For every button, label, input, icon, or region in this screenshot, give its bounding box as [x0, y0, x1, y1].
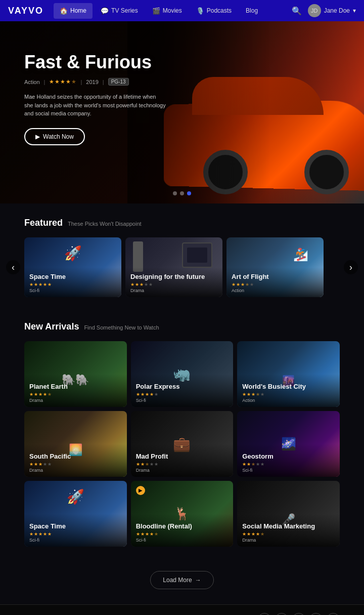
card-genre: Action	[242, 398, 306, 403]
search-icon[interactable]: 🔍	[292, 6, 302, 16]
carousel-track: 🚀 Space Time ★ ★ ★ ★ ★ Sci-fi	[0, 237, 364, 297]
card-stars: ★ ★ ★ ★ ★	[136, 462, 168, 467]
featured-header: Featured These Picks Won't Disappoint	[0, 218, 364, 228]
load-more-section: Load More →	[0, 561, 364, 604]
featured-subtitle: These Picks Won't Disappoint	[68, 221, 142, 227]
arrivals-grid: 🐘🐘 Planet Earth ★ ★ ★ ★ ★ Drama 🦏	[24, 341, 340, 547]
twitter-icon[interactable]: t	[275, 613, 288, 615]
card-title: Polar Express	[136, 383, 180, 390]
arrival-card-worlds-busiest[interactable]: 🌆 World's Busiest City ★ ★ ★ ★ ★ Action	[237, 341, 340, 407]
card-title: World's Busiest City	[242, 383, 306, 390]
card-info: Space Time ★ ★ ★ ★ ★ Sci-fi	[24, 518, 71, 547]
new-arrivals-title: New Arrivals	[24, 321, 79, 332]
card-title: Social Media Marketing	[242, 522, 315, 530]
card-genre: Drama	[130, 288, 205, 293]
nav-item-tvseries[interactable]: 💬 TV Series	[95, 3, 144, 19]
card-title: Designing for the future	[130, 273, 205, 280]
navbar: VAYVO 🏠 Home 💬 TV Series 🎬 Movies 🎙️ Pod…	[0, 0, 364, 21]
card-stars: ★ ★ ★ ★ ★	[29, 462, 71, 467]
nav-item-home[interactable]: 🏠 Home	[54, 3, 93, 19]
hero-banner: Fast & Furious Action | ★ ★ ★ ★ ★ | 2019…	[0, 21, 364, 203]
nav-items: 🏠 Home 💬 TV Series 🎬 Movies 🎙️ Podcasts …	[54, 3, 292, 19]
card-title: South Pacific	[29, 453, 71, 460]
card-stars: ★ ★ ★ ★ ★	[130, 282, 205, 287]
dot-3[interactable]	[187, 191, 191, 195]
arrival-card-bloodline[interactable]: ▶ 🦌 Bloodline (Rental) ★ ★ ★ ★ ★ Sci-fi	[131, 481, 234, 547]
featured-card-art-of-flight[interactable]: 🏂 Art of Flight ★ ★ ★ ★ ★ Action	[226, 237, 324, 297]
card-info: Art of Flight ★ ★ ★ ★ ★ Action	[226, 269, 274, 297]
card-info: Polar Express ★ ★ ★ ★ ★ Sci-fi	[131, 379, 185, 407]
card-stars: ★ ★ ★ ★ ★	[29, 282, 66, 287]
load-more-button[interactable]: Load More →	[150, 571, 213, 589]
nav-item-podcasts[interactable]: 🎙️ Podcasts	[190, 3, 238, 19]
card-stars: ★ ★ ★ ★ ★	[242, 392, 306, 397]
featured-card-space-time[interactable]: 🚀 Space Time ★ ★ ★ ★ ★ Sci-fi	[24, 237, 121, 297]
user-menu[interactable]: JD Jane Doe ▾	[308, 4, 356, 17]
card-info: Space Time ★ ★ ★ ★ ★ Sci-fi	[24, 269, 71, 297]
card-genre: Sci-fi	[242, 468, 273, 473]
card-genre: Drama	[242, 538, 315, 543]
hero-year: 2019	[86, 79, 98, 85]
arrival-card-planet-earth[interactable]: 🐘🐘 Planet Earth ★ ★ ★ ★ ★ Drama	[24, 341, 127, 407]
watch-now-button[interactable]: ▶ Watch Now	[24, 128, 85, 145]
card-info: Planet Earth ★ ★ ★ ★ ★ Drama	[24, 379, 73, 407]
youtube-icon[interactable]: ▶	[327, 613, 340, 615]
card-info: Bloodline (Rental) ★ ★ ★ ★ ★ Sci-fi	[131, 518, 197, 547]
hero-content: Fast & Furious Action | ★ ★ ★ ★ ★ | 2019…	[24, 52, 166, 145]
carousel-prev-button[interactable]: ‹	[6, 260, 20, 274]
card-genre: Drama	[29, 468, 71, 473]
featured-section: Featured These Picks Won't Disappoint ‹ …	[0, 203, 364, 311]
new-arrivals-subtitle: Find Something New to Watch	[84, 324, 159, 331]
footer: © All rights reserved. Developed by Prog…	[0, 604, 364, 615]
card-info: Designing for the future ★ ★ ★ ★ ★ Drama	[125, 269, 210, 297]
arrival-card-social-media[interactable]: 🎤 Social Media Marketing ★ ★ ★ ★ ★ Drama	[237, 481, 340, 547]
featured-card-designing[interactable]: Designing for the future ★ ★ ★ ★ ★ Drama	[125, 237, 222, 297]
nav-item-blog[interactable]: Blog	[240, 3, 264, 19]
nav-right: 🔍 JD Jane Doe ▾	[292, 4, 356, 17]
hero-stars: ★ ★ ★ ★ ★	[49, 78, 76, 85]
podcast-icon: 🎙️	[196, 7, 204, 15]
dot-1[interactable]	[173, 191, 177, 195]
dot-2[interactable]	[180, 191, 184, 195]
card-stars: ★ ★ ★ ★ ★	[242, 531, 315, 537]
pinterest-icon[interactable]: p	[309, 613, 323, 615]
arrival-card-polar-express[interactable]: 🦏 Polar Express ★ ★ ★ ★ ★ Sci-fi	[131, 341, 234, 407]
new-arrivals-section: New Arrivals Find Something New to Watch…	[0, 311, 364, 561]
arrival-card-geostorm[interactable]: 🌌 Geostorm ★ ★ ★ ★ ★ Sci-fi	[237, 411, 340, 477]
card-info: South Pacific ★ ★ ★ ★ ★ Drama	[24, 448, 76, 477]
card-title: Space Time	[29, 273, 66, 280]
play-icon: ▶	[35, 133, 40, 140]
card-genre: Sci-fi	[29, 538, 66, 543]
card-stars: ★ ★ ★ ★ ★	[29, 392, 68, 397]
card-stars: ★ ★ ★ ★ ★	[29, 531, 66, 537]
card-title: Space Time	[29, 522, 66, 530]
hero-genre: Action	[24, 79, 40, 85]
card-stars: ★ ★ ★ ★ ★	[136, 531, 192, 537]
card-stars: ★ ★ ★ ★ ★	[242, 462, 273, 467]
hero-rating-badge: PG-13	[108, 78, 129, 86]
card-info: Geostorm ★ ★ ★ ★ ★ Sci-fi	[237, 448, 278, 477]
nav-item-movies[interactable]: 🎬 Movies	[146, 3, 188, 19]
brand-logo[interactable]: VAYVO	[8, 6, 43, 16]
facebook-icon[interactable]: f	[258, 613, 271, 615]
arrival-card-south-pacific[interactable]: 🌅 South Pacific ★ ★ ★ ★ ★ Drama	[24, 411, 127, 477]
avatar: JD	[308, 4, 321, 17]
arrival-card-space-time-2[interactable]: 🚀 Space Time ★ ★ ★ ★ ★ Sci-fi	[24, 481, 127, 547]
card-stars: ★ ★ ★ ★ ★	[232, 282, 269, 287]
card-info: Social Media Marketing ★ ★ ★ ★ ★ Drama	[237, 518, 320, 547]
featured-title: Featured	[24, 218, 63, 228]
arrival-card-mad-profit[interactable]: 💼 Mad Profit ★ ★ ★ ★ ★ Drama	[131, 411, 234, 477]
card-info: Mad Profit ★ ★ ★ ★ ★ Drama	[131, 448, 173, 477]
home-icon: 🏠	[60, 7, 68, 15]
rental-badge: ▶	[136, 486, 145, 495]
card-title: Geostorm	[242, 453, 273, 460]
card-genre: Action	[232, 288, 269, 293]
carousel-next-button[interactable]: ›	[344, 260, 358, 274]
footer-socials: f t ig p ▶	[258, 613, 340, 615]
hero-description: Mae Holland seizes the opportunity of a …	[24, 93, 166, 118]
instagram-icon[interactable]: ig	[292, 613, 305, 615]
hero-dots	[173, 191, 191, 195]
card-genre: Sci-fi	[136, 538, 192, 543]
card-title: Art of Flight	[232, 273, 269, 280]
card-genre: Sci-fi	[29, 288, 66, 293]
